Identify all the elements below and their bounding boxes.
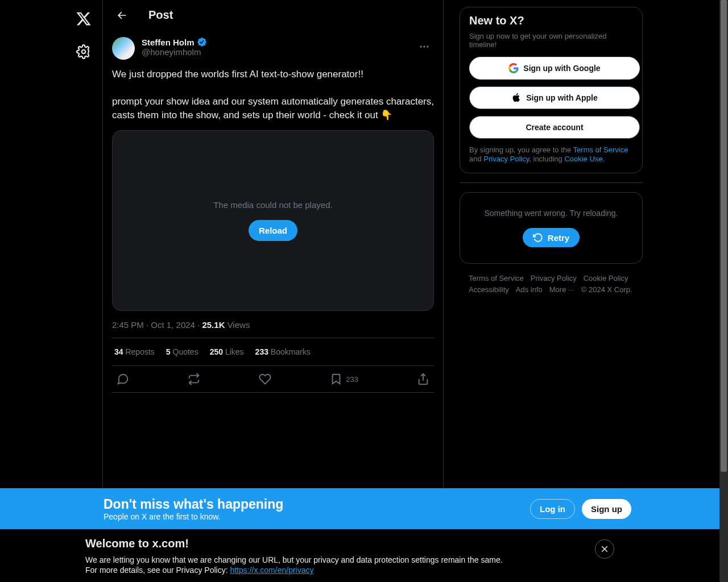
reply-icon bbox=[117, 373, 129, 385]
svg-point-3 bbox=[427, 45, 428, 47]
signup-apple-button[interactable]: Sign up with Apple bbox=[469, 86, 640, 109]
apple-icon bbox=[511, 93, 522, 103]
share-icon bbox=[417, 373, 429, 385]
gear-icon bbox=[76, 44, 91, 59]
footer-ads[interactable]: Ads info bbox=[516, 284, 543, 296]
retry-icon bbox=[533, 232, 543, 243]
login-button[interactable]: Log in bbox=[530, 499, 575, 519]
signup-button[interactable]: Sign up bbox=[582, 499, 631, 519]
bookmark-icon bbox=[330, 373, 342, 385]
like-button[interactable] bbox=[259, 373, 271, 385]
x-logo-icon bbox=[76, 11, 92, 27]
actions-row: 233 bbox=[112, 365, 434, 393]
footer-links: Terms of Service Privacy Policy Cookie P… bbox=[460, 273, 643, 296]
google-icon bbox=[508, 63, 519, 73]
more-icon bbox=[419, 41, 430, 52]
footer-copyright: © 2024 X Corp. bbox=[581, 284, 632, 296]
footer-privacy[interactable]: Privacy Policy bbox=[531, 273, 577, 284]
svg-point-2 bbox=[423, 45, 425, 47]
footer-tos[interactable]: Terms of Service bbox=[469, 273, 524, 284]
media-error-message: The media could not be played. bbox=[213, 200, 332, 210]
verified-icon bbox=[197, 37, 207, 47]
privacy-policy-link[interactable]: Privacy Policy bbox=[483, 155, 529, 163]
x-logo[interactable] bbox=[69, 5, 98, 33]
scrollbar[interactable] bbox=[719, 0, 728, 582]
author-name[interactable]: Steffen Holm bbox=[142, 38, 195, 47]
privacy-url-link[interactable]: https://x.com/en/privacy bbox=[230, 566, 313, 575]
avatar[interactable] bbox=[112, 37, 135, 60]
welcome-title: Welcome to x.com! bbox=[85, 537, 595, 550]
error-box: Something went wrong. Try reloading. Ret… bbox=[460, 192, 643, 264]
share-button[interactable] bbox=[417, 373, 429, 385]
more-button[interactable] bbox=[415, 37, 434, 56]
quotes-stat[interactable]: 5 Quotes bbox=[166, 347, 198, 356]
cta-title: Don't miss what's happening bbox=[104, 497, 530, 512]
cta-subtitle: People on X are the first to know. bbox=[104, 512, 530, 521]
welcome-banner: Welcome to x.com! We are letting you kno… bbox=[0, 529, 728, 582]
post-meta: 2:45 PM · Oct 1, 2024 · 25.1K Views bbox=[112, 320, 434, 338]
signup-google-button[interactable]: Sign up with Google bbox=[469, 57, 640, 80]
settings-button[interactable] bbox=[69, 38, 98, 66]
tos-link[interactable]: Terms of Service bbox=[573, 146, 628, 154]
cta-banner: Don't miss what's happening People on X … bbox=[0, 488, 728, 529]
welcome-line1: We are letting you know that we are chan… bbox=[85, 555, 595, 565]
likes-stat[interactable]: 250 Likes bbox=[210, 347, 244, 356]
back-button[interactable] bbox=[112, 6, 131, 25]
error-message: Something went wrong. Try reloading. bbox=[469, 209, 633, 218]
create-account-button[interactable]: Create account bbox=[469, 116, 640, 139]
heart-icon bbox=[259, 373, 271, 385]
views-label: Views bbox=[228, 320, 250, 330]
reposts-stat[interactable]: 34 Reposts bbox=[114, 347, 155, 356]
cookie-use-link[interactable]: Cookie Use. bbox=[564, 155, 605, 163]
tos-text: By signing up, you agree to the Terms of… bbox=[469, 146, 633, 164]
scrollbar-thumb[interactable] bbox=[721, 0, 727, 472]
signup-subtitle: Sign up now to get your own personalized… bbox=[469, 32, 633, 49]
retry-button[interactable]: Retry bbox=[523, 228, 580, 247]
svg-point-1 bbox=[420, 45, 422, 47]
bookmark-count: 233 bbox=[346, 375, 358, 384]
close-icon bbox=[599, 544, 610, 554]
bookmarks-stat[interactable]: 233 Bookmarks bbox=[255, 347, 311, 356]
footer-accessibility[interactable]: Accessibility bbox=[469, 284, 509, 296]
footer-more[interactable]: More ··· bbox=[549, 284, 574, 296]
close-button[interactable] bbox=[595, 539, 614, 559]
svg-point-0 bbox=[82, 50, 86, 54]
page-header: Post bbox=[103, 0, 443, 30]
repost-button[interactable] bbox=[188, 373, 200, 385]
arrow-left-icon bbox=[116, 10, 127, 21]
reply-button[interactable] bbox=[117, 373, 129, 385]
media-box: The media could not be played. Reload bbox=[112, 130, 434, 311]
post: Steffen Holm @honeyimholm We just droppe… bbox=[103, 30, 443, 393]
stats-row: 34 Reposts 5 Quotes 250 Likes 233 Bookma… bbox=[112, 338, 434, 365]
bookmark-button[interactable]: 233 bbox=[330, 373, 358, 385]
timestamp[interactable]: 2:45 PM · Oct 1, 2024 bbox=[112, 320, 195, 330]
repost-icon bbox=[188, 373, 200, 385]
signup-title: New to X? bbox=[469, 14, 633, 27]
footer-cookie[interactable]: Cookie Policy bbox=[584, 273, 628, 284]
page-title: Post bbox=[148, 9, 173, 22]
reload-button[interactable]: Reload bbox=[249, 220, 297, 241]
views-count[interactable]: 25.1K bbox=[202, 320, 225, 330]
welcome-line2: For more details, see our Privacy Policy… bbox=[85, 565, 595, 575]
post-body: We just dropped the worlds first AI text… bbox=[112, 68, 434, 122]
signup-box: New to X? Sign up now to get your own pe… bbox=[460, 7, 643, 173]
author-handle[interactable]: @honeyimholm bbox=[142, 47, 207, 57]
divider bbox=[460, 182, 643, 183]
